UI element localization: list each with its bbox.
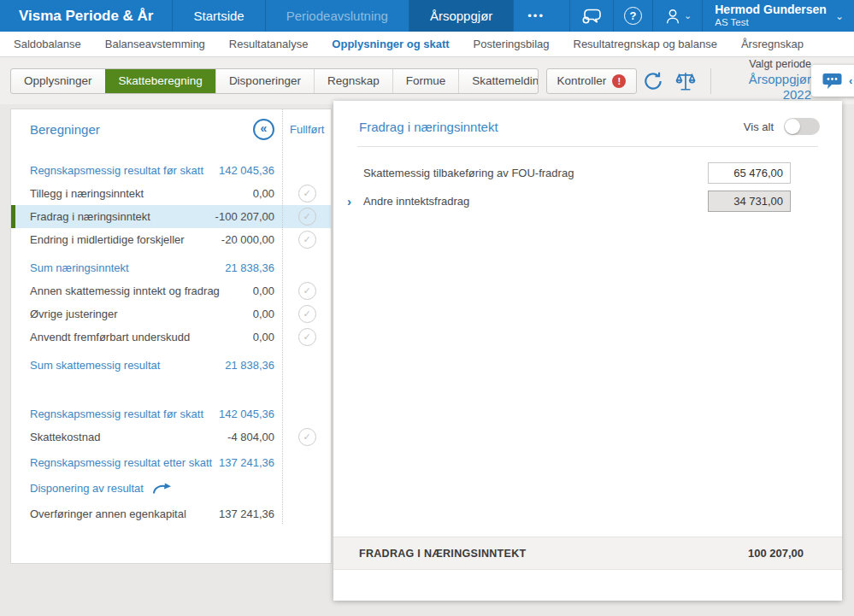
calc-row-label: Skattekostnad <box>30 431 100 443</box>
nav-arsregnskap[interactable]: Årsregnskap <box>741 38 804 50</box>
tab-skatteberegning[interactable]: Skatteberegning <box>105 69 215 93</box>
topbar: Visma Periode & År Startside Periodeavsl… <box>0 0 854 32</box>
user-icon <box>663 7 682 26</box>
tab-group: Opplysninger Skatteberegning Disponering… <box>10 68 539 94</box>
period-value: Årsoppgjør 2022 <box>720 72 811 104</box>
topnav-more-button[interactable]: ••• <box>514 0 558 32</box>
calc-row-label: Regnskapsmessig resultat etter skatt <box>30 456 212 469</box>
check-circle-icon[interactable]: ✓ <box>298 208 316 226</box>
refresh-button[interactable] <box>637 70 669 92</box>
calc-row-value: 21 838,36 <box>225 359 274 372</box>
detail-panel: Fradrag i næringsinntekt Vis alt Skattem… <box>333 101 842 601</box>
calc-row-value: 0,00 <box>253 285 274 297</box>
comments-panel-toggle[interactable]: ‹ <box>811 65 854 97</box>
calc-row-value: -20 000,00 <box>221 233 274 246</box>
completed-cell <box>283 159 331 182</box>
check-circle-icon[interactable]: ✓ <box>298 282 316 300</box>
app-title: Visma Periode & År <box>0 0 172 32</box>
user-company: AS Test <box>715 17 827 29</box>
check-circle-icon[interactable]: ✓ <box>298 185 316 202</box>
tab-disponeringer[interactable]: Disponeringer <box>215 69 314 93</box>
tab-formue[interactable]: Formue <box>392 69 459 93</box>
calc-row-main[interactable]: Regnskapsmessig resultat etter skatt137 … <box>11 451 283 474</box>
check-circle-icon[interactable]: ✓ <box>298 428 316 446</box>
nav-opplysninger-og-skatt[interactable]: Opplysninger og skatt <box>332 38 449 50</box>
calc-row-main[interactable]: Overføringer annen egenkapital137 241,36 <box>11 502 283 525</box>
andre-inntektsfradrag-input[interactable] <box>708 191 791 212</box>
nav-resultatregnskap-og-balanse[interactable]: Resultatregnskap og balanse <box>574 38 717 50</box>
completed-cell <box>283 354 331 377</box>
balance-check-button[interactable] <box>669 70 702 92</box>
chat-bubble-icon <box>822 71 843 91</box>
completed-cell <box>283 477 331 500</box>
calc-row-main[interactable]: Tillegg i næringsinntekt0,00 <box>11 182 283 205</box>
panel-title: Beregninger <box>30 122 100 137</box>
calc-row-main[interactable]: Sum næringsinntekt21 838,36 <box>11 256 283 279</box>
period-selector[interactable]: Valgt periode Årsoppgjør 2022 <box>720 58 811 103</box>
calc-row-label: Anvendt fremførbart underskudd <box>30 331 190 343</box>
toggle-knob <box>785 119 800 134</box>
calc-row-label: Sum skattemessig resultat <box>30 359 160 372</box>
calc-row-main[interactable]: Disponering av resultat <box>11 477 283 500</box>
calc-row-main[interactable]: Sum skattemessig resultat21 838,36 <box>11 354 283 377</box>
show-all-toggle[interactable] <box>784 118 820 135</box>
check-circle-icon[interactable]: ✓ <box>298 305 316 323</box>
tab-kontroller[interactable]: Kontroller ! <box>546 68 638 94</box>
calc-row-main[interactable]: Regnskapsmessig resultat før skatt142 04… <box>11 159 283 182</box>
chevron-right-icon[interactable]: › <box>347 194 351 208</box>
completed-cell: ✓ <box>283 302 331 326</box>
chevron-down-icon: ⌄ <box>835 10 844 22</box>
user-menu[interactable]: Hermod Gundersen AS Test <box>703 0 830 32</box>
tab-opplysninger[interactable]: Opplysninger <box>11 69 105 93</box>
nav-saldobalanse[interactable]: Saldobalanse <box>14 38 81 50</box>
calc-row-value: 137 241,36 <box>219 456 274 469</box>
completed-cell <box>283 256 331 279</box>
field-row: › Andre inntektsfradrag <box>333 187 842 215</box>
calc-row-main[interactable]: Øvrige justeringer0,00 <box>11 302 283 326</box>
help-button[interactable]: ? <box>614 0 652 32</box>
calc-row-value: 0,00 <box>253 331 274 343</box>
calc-row-main[interactable]: Annen skattemessig inntekt og fradrag0,0… <box>11 279 283 302</box>
calc-row-value: -100 207,00 <box>215 210 274 223</box>
calc-row-label: Fradrag i næringsinntekt <box>30 210 150 223</box>
calc-row-main[interactable]: Regnskapsmessig resultat før skatt142 04… <box>11 402 283 425</box>
topnav-startside[interactable]: Startside <box>173 0 264 32</box>
nav-balanseavstemming[interactable]: Balanseavstemming <box>105 38 205 50</box>
chat-button[interactable] <box>570 0 613 32</box>
chat-bubbles-icon <box>580 7 603 26</box>
calc-row-value: 142 045,36 <box>219 164 274 177</box>
calc-row-label: Disponering av resultat <box>30 482 144 495</box>
fou-fradrag-input[interactable] <box>708 162 791 184</box>
completed-cell: ✓ <box>283 279 331 302</box>
field-label: Skattemessig tilbakeføring av FOU-fradra… <box>363 167 574 179</box>
calc-row-label: Annen skattemessig inntekt og fradrag <box>30 285 220 297</box>
completed-cell: ✓ <box>283 326 331 349</box>
summary-label: FRADRAG I NÆRINGSINNTEKT <box>359 548 526 560</box>
topnav-periodeavslutning[interactable]: Periodeavslutning <box>266 0 409 32</box>
user-menu-chevron[interactable]: ⌄ <box>830 0 854 32</box>
detail-footer <box>333 570 842 601</box>
calc-row-main[interactable]: Skattekostnad-4 804,00 <box>11 425 283 449</box>
calc-row-main[interactable]: Fradrag i næringsinntekt-100 207,00 <box>11 205 283 228</box>
check-circle-icon[interactable]: ✓ <box>298 231 316 249</box>
content: Beregninger « Fullført Regnskapsmessig r… <box>0 104 854 616</box>
calc-row-main[interactable]: Endring i midlertidige forskjeller-20 00… <box>11 228 283 251</box>
refresh-icon <box>642 70 664 92</box>
account-menu-button[interactable]: ⌄ <box>653 0 702 32</box>
completed-cell: ✓ <box>283 182 331 205</box>
calc-row-main[interactable]: Anvendt fremførbart underskudd0,00 <box>11 326 283 349</box>
calc-row-label: Regnskapsmessig resultat før skatt <box>30 408 203 420</box>
forward-arrow-icon[interactable] <box>152 482 173 495</box>
nav-posteringsbilag[interactable]: Posteringsbilag <box>474 38 550 50</box>
topnav-arsoppgjor[interactable]: Årsoppgjør <box>409 0 513 32</box>
completed-cell: ✓ <box>283 205 331 228</box>
calc-row-value: 21 838,36 <box>225 261 274 274</box>
period-caption: Valgt periode <box>720 58 811 72</box>
nav-resultatanalyse[interactable]: Resultatanalyse <box>229 38 309 50</box>
calc-row-label: Overføringer annen egenkapital <box>30 507 186 520</box>
collapse-panel-button[interactable]: « <box>253 119 274 140</box>
tab-regnskap[interactable]: Regnskap <box>314 69 392 93</box>
check-circle-icon[interactable]: ✓ <box>298 328 316 346</box>
show-all-control: Vis alt <box>744 118 820 135</box>
tab-skattemelding[interactable]: Skattemelding <box>458 69 538 93</box>
